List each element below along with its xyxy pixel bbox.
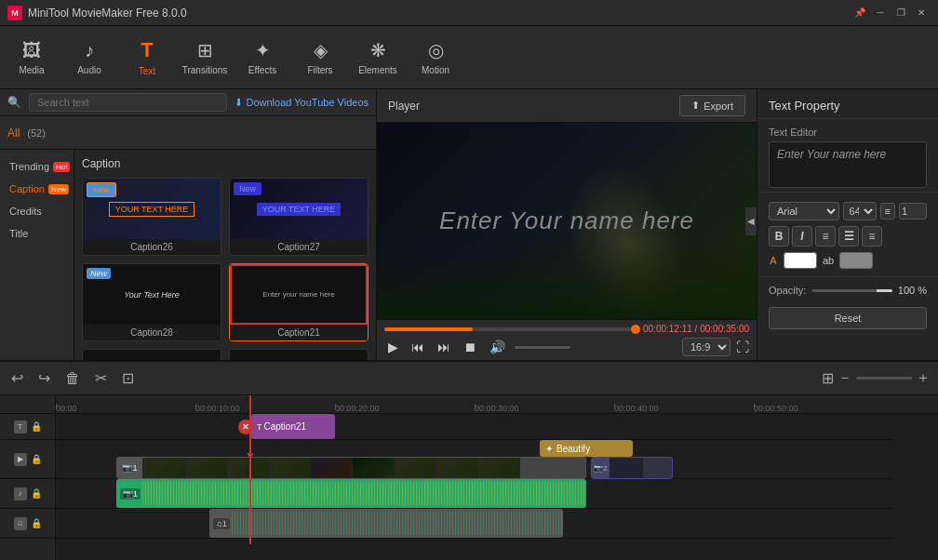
video-lock-icon[interactable]: 🔒: [31, 454, 42, 464]
bold-button[interactable]: B: [769, 226, 789, 247]
zoom-slider[interactable]: [856, 377, 912, 380]
caption-card-26[interactable]: New YOUR TEXT HERE Caption26: [82, 178, 221, 256]
next-button[interactable]: ⏭: [434, 338, 454, 356]
italic-button[interactable]: I: [792, 226, 812, 247]
music-lock-icon[interactable]: 🔒: [31, 518, 42, 528]
redo-button[interactable]: ↪: [34, 367, 54, 389]
audio-lock-icon[interactable]: 🔒: [31, 488, 42, 499]
minimize-button[interactable]: ─: [871, 6, 890, 20]
opacity-value: 100 %: [898, 285, 927, 296]
zoom-in-button[interactable]: ＋: [916, 368, 931, 388]
caption-thumb-22: ─── ─────: [83, 350, 221, 360]
caption-card-23[interactable]: Enter your name here Caption23: [229, 349, 368, 360]
cut-button[interactable]: ✂: [91, 367, 111, 389]
ruler-mark-5: 00:00:50:00: [754, 404, 798, 413]
list-number-input[interactable]: [899, 203, 927, 220]
media-label: Media: [19, 65, 44, 75]
caption-card-22[interactable]: ─── ───── Caption22: [82, 349, 221, 360]
align-left-button[interactable]: ≡: [815, 226, 836, 247]
pin-button[interactable]: 📌: [851, 6, 869, 20]
video-clip-2[interactable]: 📷2: [591, 457, 673, 479]
format-row: B I ≡ ☰ ≡: [757, 224, 938, 248]
caption-card-28[interactable]: New Your Text Here Caption28: [82, 263, 221, 341]
crop-button[interactable]: ⊡: [118, 367, 138, 389]
toolbar-effects[interactable]: ✦ Effects: [234, 30, 290, 86]
nav-all-label[interactable]: All: [7, 127, 20, 140]
zoom-out-button[interactable]: －: [838, 368, 852, 388]
filters-label: Filters: [307, 65, 332, 75]
collapse-arrow[interactable]: ◀: [745, 207, 757, 235]
cat-caption[interactable]: Caption New: [4, 180, 70, 198]
reset-button[interactable]: Reset: [769, 307, 927, 329]
thumb-5: [311, 458, 353, 478]
align-center-button[interactable]: ☰: [838, 226, 859, 247]
beautify-clip[interactable]: ✦ Beautify: [540, 440, 633, 457]
progress-bar[interactable]: [384, 327, 636, 331]
close-button[interactable]: ✕: [912, 6, 931, 20]
video-track-icon[interactable]: ▶: [14, 453, 27, 466]
music-clip-num: ♫1: [213, 518, 230, 529]
caption-track-row: ✕ T Caption21: [56, 414, 893, 440]
caption-clip-21[interactable]: T Caption21: [251, 414, 335, 439]
trending-badge: Hot: [53, 162, 70, 172]
fill-color-swatch[interactable]: [784, 252, 817, 269]
cat-title[interactable]: Title: [4, 224, 70, 243]
aspect-ratio-select[interactable]: 16:9: [682, 338, 730, 356]
transitions-icon: ⊞: [197, 39, 213, 61]
caption-card-21[interactable]: Enter your name here Caption21: [229, 263, 368, 341]
volume-button[interactable]: 🔊: [486, 338, 509, 356]
list-style-button[interactable]: ≡: [880, 203, 895, 220]
audio-icon: ♪: [85, 40, 94, 61]
caption26-name: Caption26: [83, 239, 221, 255]
stroke-label: ab: [823, 255, 834, 266]
search-input[interactable]: [29, 93, 227, 112]
music-track-icon[interactable]: ♫: [14, 517, 27, 530]
audio-merge-button[interactable]: ⊞: [822, 369, 834, 387]
stroke-color-swatch[interactable]: [839, 252, 873, 269]
caption-track-icon[interactable]: T: [14, 420, 27, 433]
volume-slider[interactable]: [515, 346, 570, 349]
toolbar-text[interactable]: T Text: [119, 30, 175, 86]
thumb-9: [478, 458, 520, 478]
text-editor-area[interactable]: Enter Your name here: [769, 141, 927, 188]
music-clip-1[interactable]: ♫1: [209, 509, 563, 538]
toolbar-audio[interactable]: ♪ Audio: [61, 30, 117, 86]
toolbar-transitions[interactable]: ⊞ Transitions: [177, 30, 233, 86]
controls-row: ▶ ⏮ ⏭ ⏹ 🔊 16:9 ⛶: [384, 338, 749, 356]
audio-track-icon[interactable]: ♪: [14, 487, 27, 500]
cat-credits[interactable]: Credits: [4, 202, 70, 220]
align-right-button[interactable]: ≡: [862, 226, 882, 247]
player-view: Enter Your name here ◀: [377, 123, 757, 319]
thumb-8: [436, 458, 478, 478]
fullscreen-button[interactable]: ⛶: [736, 340, 749, 354]
font-size-select[interactable]: 64: [843, 202, 877, 220]
toolbar-elements[interactable]: ❋ Elements: [350, 30, 406, 86]
caption21-name: Caption21: [230, 325, 368, 340]
undo-button[interactable]: ↩: [7, 367, 27, 389]
restore-button[interactable]: ❐: [891, 6, 910, 20]
opacity-slider[interactable]: [811, 289, 891, 292]
prev-button[interactable]: ⏮: [408, 338, 428, 356]
nav-count: (52): [27, 127, 46, 139]
export-button[interactable]: ⬆ Export: [679, 95, 745, 116]
download-label: Download YouTube Videos: [247, 97, 369, 108]
toolbar: 🖼 Media ♪ Audio T Text ⊞ Transitions ✦ E…: [0, 26, 938, 89]
timeline-content: T 🔒 ▶ 🔒 ♪ 🔒 ♫ 🔒 00:00 00:00:10:00 00:: [0, 395, 938, 560]
toolbar-motion[interactable]: ◎ Motion: [408, 30, 463, 86]
beautify-icon: ✦: [545, 444, 553, 454]
audio-clip-1[interactable]: 📷1: [116, 479, 586, 508]
video-clip-1[interactable]: 📷1: [116, 457, 586, 479]
caption-lock-icon[interactable]: 🔒: [31, 421, 42, 432]
font-family-select[interactable]: Arial: [769, 202, 839, 220]
player-panel: Player ⬆ Export Enter Your name here ◀ 0…: [377, 89, 757, 360]
toolbar-filters[interactable]: ◈ Filters: [292, 30, 348, 86]
cat-trending[interactable]: Trending Hot: [4, 157, 70, 176]
play-button[interactable]: ▶: [384, 338, 402, 356]
delete-button[interactable]: 🗑: [61, 368, 84, 389]
toolbar-media[interactable]: 🖼 Media: [4, 30, 60, 86]
music-track-row: ♫1: [56, 509, 893, 539]
download-link[interactable]: ⬇ Download YouTube Videos: [234, 97, 369, 109]
stop-button[interactable]: ⏹: [460, 338, 480, 356]
caption-card-27[interactable]: New YOUR TEXT HERE Caption27: [229, 178, 368, 256]
new-tag-27: New: [234, 182, 261, 195]
